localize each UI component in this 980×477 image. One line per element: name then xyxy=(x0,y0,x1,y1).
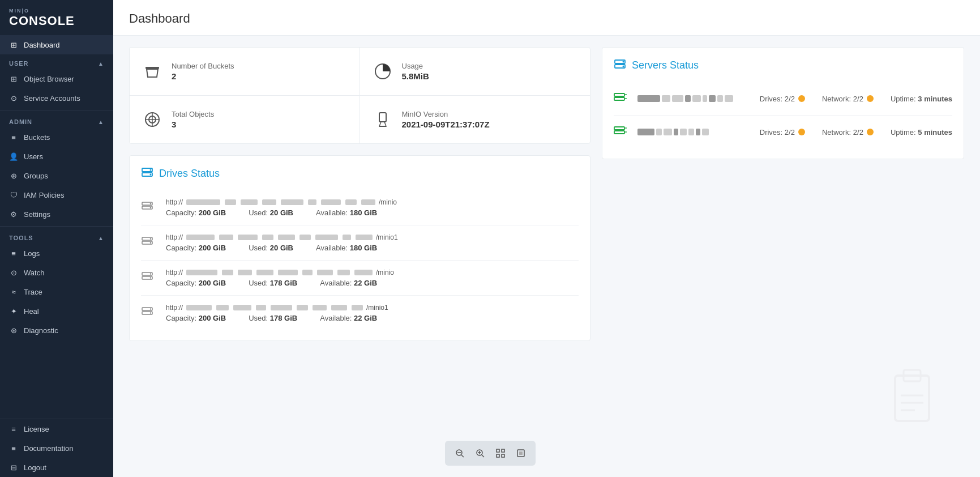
drive-icon-1 xyxy=(141,235,157,250)
drive-capacity-3: Capacity: 200 GiB xyxy=(166,314,226,322)
drive-details-1: http:// /minio1 Capacity: 200 GiB Used: … xyxy=(166,233,579,252)
svg-rect-53 xyxy=(519,452,523,455)
drives-list: http:// /minio Capacity: 200 GiB Used: 2… xyxy=(141,190,579,330)
drive-url-2: http:// /minio xyxy=(166,269,579,276)
stat-card-total-objects: Total Objects 3 xyxy=(130,96,360,143)
sidebar-item-watch[interactable]: ⊙ Watch xyxy=(0,263,113,282)
uptime-label-1: Uptime: xyxy=(891,128,916,137)
servers-status-panel: Servers Status Drives: 2/2 Network: 2/2 xyxy=(602,47,964,159)
stat-card-usage: Usage 5.8MiB xyxy=(360,48,590,96)
server-bar-1-2 xyxy=(664,129,672,135)
drive-row: http:// /minio1 Capacity: 200 GiB Used: … xyxy=(141,296,579,330)
stat-value-buckets: 2 xyxy=(172,71,234,81)
sidebar-label-groups: Groups xyxy=(24,172,48,180)
servers-status-title: Servers Status xyxy=(614,58,952,73)
sidebar-item-dashboard[interactable]: ⊞ Dashboard xyxy=(0,35,113,54)
svg-point-31 xyxy=(623,61,624,63)
uptime-value-1: 5 minutes xyxy=(918,128,952,137)
sidebar-label-dashboard: Dashboard xyxy=(24,41,60,49)
section-arrow-user: ▲ xyxy=(98,61,104,67)
sidebar-item-buckets[interactable]: ≡ Buckets xyxy=(0,127,113,147)
sidebar-item-logout[interactable]: ⊟ Logout xyxy=(0,458,113,477)
drive-details-2: http:// /minio Capacity: 200 GiB Used: 1… xyxy=(166,269,579,287)
iam-policies-icon: 🛡 xyxy=(9,190,18,199)
svg-point-28 xyxy=(150,312,151,313)
sidebar-item-settings[interactable]: ⚙ Settings xyxy=(0,205,113,224)
sidebar-label-diagnostic: Diagnostic xyxy=(24,326,58,335)
servers-list: Drives: 2/2 Network: 2/2 Uptime: 3 minut… xyxy=(614,82,952,148)
server-bar-0-7 xyxy=(717,95,723,102)
drive-used-1: Used: 20 GiB xyxy=(249,244,293,252)
stat-label-buckets: Number of Buckets xyxy=(172,62,234,70)
sidebar-item-groups[interactable]: ⊕ Groups xyxy=(0,166,113,185)
svg-point-11 xyxy=(150,169,152,171)
stat-card-buckets: Number of Buckets 2 xyxy=(130,48,360,96)
svg-point-32 xyxy=(623,66,624,67)
drive-capacity-1: Capacity: 200 GiB xyxy=(166,244,226,252)
sidebar-item-trace[interactable]: ≈ Trace xyxy=(0,282,113,301)
sidebar-label-heal: Heal xyxy=(24,307,39,316)
sidebar-label-users: Users xyxy=(24,152,43,161)
stat-value-usage: 5.8MiB xyxy=(402,71,429,81)
section-label-admin: ADMIN xyxy=(9,118,32,125)
sidebar-label-object-browser: Object Browser xyxy=(24,75,74,83)
server-row: Drives: 2/2 Network: 2/2 Uptime: 3 minut… xyxy=(614,82,952,116)
sidebar-label-documentation: Documentation xyxy=(24,444,73,453)
server-bar-1-3 xyxy=(674,129,678,135)
drives-status-heading: Drives Status xyxy=(159,168,220,180)
drive-row: http:// /minio Capacity: 200 GiB Used: 2… xyxy=(141,190,579,225)
sidebar-label-license: License xyxy=(24,425,49,433)
object-browser-icon: ⊞ xyxy=(9,74,18,83)
sidebar-item-heal[interactable]: ✦ Heal xyxy=(0,301,113,321)
drive-available-3: Available: 22 GiB xyxy=(320,314,377,322)
zoom-out-button[interactable] xyxy=(451,444,469,462)
drive-details-0: http:// /minio Capacity: 200 GiB Used: 2… xyxy=(166,198,579,217)
svg-rect-34 xyxy=(614,97,624,100)
drive-metrics-1: Capacity: 200 GiB Used: 20 GiB Available… xyxy=(166,244,579,252)
svg-rect-50 xyxy=(497,454,499,457)
logo-mini: MIN|O xyxy=(9,8,104,14)
stat-card-minio-version: MinIO Version 2021-09-09T21:37:07Z xyxy=(360,96,590,143)
sidebar: MIN|O CONSOLE ⊞ Dashboard USER ▲ ⊞ Objec… xyxy=(0,0,113,477)
drives-label-1: Drives: 2/2 xyxy=(760,128,795,137)
fullscreen-button[interactable] xyxy=(512,444,530,462)
server-bar-0-8 xyxy=(725,95,733,102)
stat-info-buckets: Number of Buckets 2 xyxy=(172,62,234,81)
drive-metrics-0: Capacity: 200 GiB Used: 20 GiB Available… xyxy=(166,208,579,217)
server-network-metric-0: Network: 2/2 xyxy=(822,95,874,103)
divider-1 xyxy=(0,110,113,110)
sidebar-label-logout: Logout xyxy=(24,463,46,472)
sidebar-item-diagnostic[interactable]: ⊛ Diagnostic xyxy=(0,321,113,340)
svg-rect-49 xyxy=(502,449,504,452)
server-bar-1-0 xyxy=(637,129,654,135)
server-bar-0-0 xyxy=(637,95,660,102)
servers-status-icon xyxy=(614,58,626,73)
sidebar-item-object-browser[interactable]: ⊞ Object Browser xyxy=(0,69,113,88)
sidebar-item-service-accounts[interactable]: ⊙ Service Accounts xyxy=(0,88,113,108)
sidebar-section-tools: TOOLS ▲ xyxy=(0,229,113,244)
settings-icon: ⚙ xyxy=(9,210,18,219)
section-label-tools: TOOLS xyxy=(9,235,33,241)
drive-metrics-3: Capacity: 200 GiB Used: 178 GiB Availabl… xyxy=(166,314,579,322)
server-uptime-0: Uptime: 3 minutes xyxy=(891,95,952,103)
fit-button[interactable] xyxy=(491,444,510,462)
sidebar-item-license[interactable]: ≡ License xyxy=(0,419,113,438)
svg-rect-51 xyxy=(502,454,504,457)
sidebar-item-iam-policies[interactable]: 🛡 IAM Policies xyxy=(0,185,113,205)
sidebar-section-user: USER ▲ xyxy=(0,54,113,69)
sidebar-item-users[interactable]: 👤 Users xyxy=(0,147,113,166)
network-dot-0 xyxy=(867,95,874,102)
sidebar-item-logs[interactable]: ≡ Logs xyxy=(0,244,113,263)
dashboard-icon: ⊞ xyxy=(9,40,18,49)
zoom-in-button[interactable] xyxy=(471,444,489,462)
network-label-0: Network: 2/2 xyxy=(822,95,863,103)
logout-icon: ⊟ xyxy=(9,463,18,472)
server-drives-metric-1: Drives: 2/2 xyxy=(760,128,805,137)
svg-point-20 xyxy=(150,242,151,243)
logo-area: MIN|O CONSOLE xyxy=(0,0,113,35)
sidebar-item-documentation[interactable]: ≡ Documentation xyxy=(0,438,113,458)
service-accounts-icon: ⊙ xyxy=(9,93,18,103)
svg-line-45 xyxy=(482,455,484,457)
stat-info-usage: Usage 5.8MiB xyxy=(402,62,429,81)
sidebar-label-service-accounts: Service Accounts xyxy=(24,94,80,103)
